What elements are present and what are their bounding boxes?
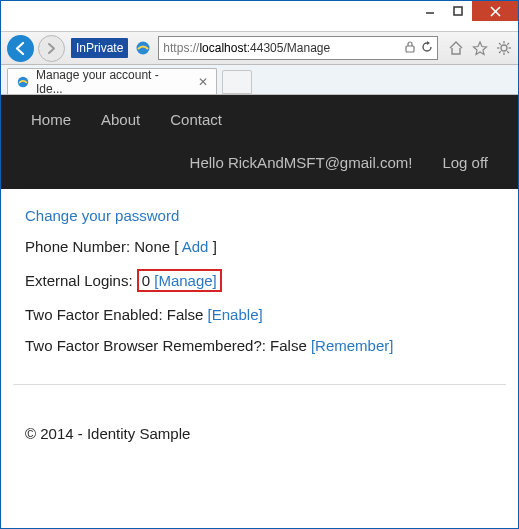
favorites-icon[interactable] [472, 40, 488, 56]
url-host: localhost [199, 41, 246, 55]
external-logins-highlight: 0 [Manage] [137, 269, 222, 292]
page-viewport: Home About Contact Hello RickAndMSFT@gma… [1, 95, 518, 528]
maximize-button[interactable] [444, 1, 472, 21]
nav-home[interactable]: Home [31, 111, 71, 128]
footer-text: © 2014 - Identity Sample [25, 425, 190, 442]
ie-favicon-icon [16, 75, 30, 89]
user-greeting[interactable]: Hello RickAndMSFT@gmail.com! [190, 154, 413, 171]
logoff-link[interactable]: Log off [442, 154, 488, 171]
tab-strip: Manage your account - Ide... ✕ [1, 65, 518, 95]
svg-rect-1 [454, 7, 462, 15]
refresh-icon[interactable] [421, 41, 433, 56]
phone-close: ] [208, 238, 216, 255]
home-icon[interactable] [448, 40, 464, 56]
minimize-button[interactable] [416, 1, 444, 21]
nav-about[interactable]: About [101, 111, 140, 128]
remember-browser-row: Two Factor Browser Remembered?: False [R… [25, 337, 494, 354]
remember-label: Two Factor Browser Remembered?: False [25, 337, 311, 354]
svg-rect-5 [406, 46, 414, 52]
address-bar[interactable]: https://localhost:44305/Manage [158, 36, 438, 60]
new-tab-button[interactable] [222, 70, 252, 94]
two-factor-row: Two Factor Enabled: False [Enable] [25, 306, 494, 323]
lock-icon [405, 41, 415, 56]
url-protocol: https:// [163, 41, 199, 55]
svg-line-13 [499, 51, 501, 53]
settings-icon[interactable] [496, 40, 512, 56]
browser-tab[interactable]: Manage your account - Ide... ✕ [7, 68, 217, 94]
external-logins-count: 0 [142, 272, 155, 289]
window-titlebar [1, 1, 518, 32]
nav-contact[interactable]: Contact [170, 111, 222, 128]
forward-button[interactable] [38, 35, 65, 62]
svg-line-14 [507, 43, 509, 45]
add-phone-link[interactable]: Add [182, 238, 209, 255]
manage-account-content: Change your password Phone Number: None … [13, 189, 506, 354]
site-navbar: Home About Contact Hello RickAndMSFT@gma… [1, 95, 518, 189]
external-logins-row: External Logins: 0 [Manage] [25, 269, 494, 292]
manage-external-logins-link[interactable]: [Manage] [154, 272, 217, 289]
close-button[interactable] [472, 1, 518, 21]
tab-close-icon[interactable]: ✕ [198, 75, 208, 89]
url-path: :44305/Manage [247, 41, 330, 55]
phone-number-row: Phone Number: None [ Add ] [25, 238, 494, 255]
change-password-link[interactable]: Change your password [25, 207, 179, 224]
two-factor-label: Two Factor Enabled: False [25, 306, 208, 323]
phone-label: Phone Number: None [ [25, 238, 182, 255]
ie-icon [134, 39, 152, 57]
svg-point-6 [501, 45, 507, 51]
page-footer: © 2014 - Identity Sample [13, 425, 506, 442]
footer-divider [13, 384, 506, 385]
back-button[interactable] [7, 35, 34, 62]
external-logins-label: External Logins: [25, 272, 137, 289]
svg-line-11 [499, 43, 501, 45]
enable-two-factor-link[interactable]: [Enable] [208, 306, 263, 323]
inprivate-badge: InPrivate [71, 38, 128, 58]
remember-browser-link[interactable]: [Remember] [311, 337, 394, 354]
tab-title: Manage your account - Ide... [36, 68, 188, 96]
svg-line-12 [507, 51, 509, 53]
browser-navbar: InPrivate https://localhost:44305/Manage [1, 32, 518, 65]
